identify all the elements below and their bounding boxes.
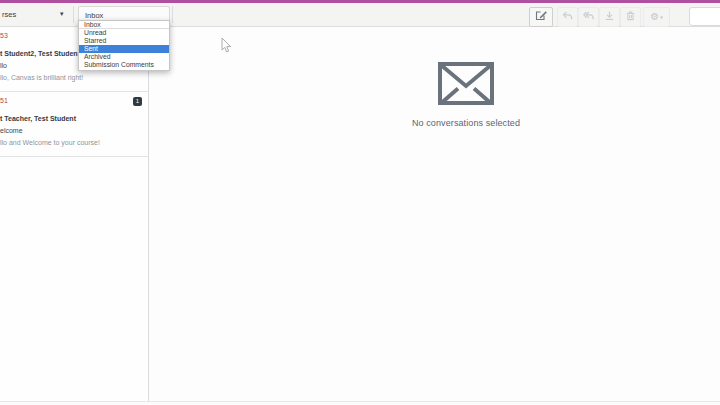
unread-count-badge: 1 xyxy=(133,97,142,106)
caret-down-icon: ▾ xyxy=(60,10,64,18)
reply-all-icon xyxy=(583,9,594,24)
compose-button[interactable] xyxy=(529,7,553,27)
header-divider xyxy=(73,6,74,23)
empty-state-message: No conversations selected xyxy=(390,118,542,128)
reply-button[interactable] xyxy=(557,7,578,27)
delete-button[interactable] xyxy=(620,7,641,27)
mailbox-menu-item[interactable]: Sent xyxy=(79,45,169,53)
conversation-list-item[interactable]: 51 1 t Teacher, Test Student elcome llo … xyxy=(0,92,148,157)
reply-all-button[interactable] xyxy=(578,7,599,27)
conversation-preview: llo and Welcome to your course! xyxy=(0,139,142,147)
gear-icon: ⚙ xyxy=(650,12,659,22)
mailbox-select-value: Inbox xyxy=(85,11,103,20)
archive-button[interactable] xyxy=(599,7,620,27)
reply-icon xyxy=(562,9,573,24)
archive-icon xyxy=(604,9,615,24)
mailbox-menu-item[interactable]: Unread xyxy=(79,29,169,37)
conversation-subject: elcome xyxy=(0,127,142,135)
conversation-date: 51 xyxy=(0,97,142,105)
mailbox-dropdown-menu: Inbox Unread Starred Sent Archived Submi… xyxy=(78,20,170,71)
settings-button[interactable]: ⚙ ▾ xyxy=(643,7,670,27)
mailbox-menu-item[interactable]: Inbox xyxy=(79,21,169,29)
conversation-list: 53 t Student2, Test Student llo llo, Can… xyxy=(0,27,149,405)
envelope-icon xyxy=(390,62,542,105)
conversation-participants: t Teacher, Test Student xyxy=(0,115,142,123)
conversation-detail-pane: No conversations selected xyxy=(150,27,720,405)
compose-icon xyxy=(535,9,547,24)
viewport-bottom-edge xyxy=(0,401,720,405)
course-filter-select[interactable]: rses ▾ xyxy=(0,3,73,27)
course-filter-label: rses xyxy=(2,10,16,19)
header-divider xyxy=(172,6,173,23)
empty-state: No conversations selected xyxy=(390,62,542,128)
search-input[interactable] xyxy=(689,7,720,26)
trash-icon xyxy=(625,9,636,24)
mailbox-menu-item[interactable]: Submission Comments xyxy=(79,61,169,69)
mailbox-menu-item[interactable]: Starred xyxy=(79,37,169,45)
top-strip xyxy=(0,0,720,3)
toolbar: ⚙ ▾ xyxy=(529,6,720,27)
mailbox-menu-item[interactable]: Archived xyxy=(79,53,169,61)
caret-down-icon: ▾ xyxy=(660,14,663,20)
conversation-preview: llo, Canvas is brilliant right! xyxy=(0,74,142,82)
